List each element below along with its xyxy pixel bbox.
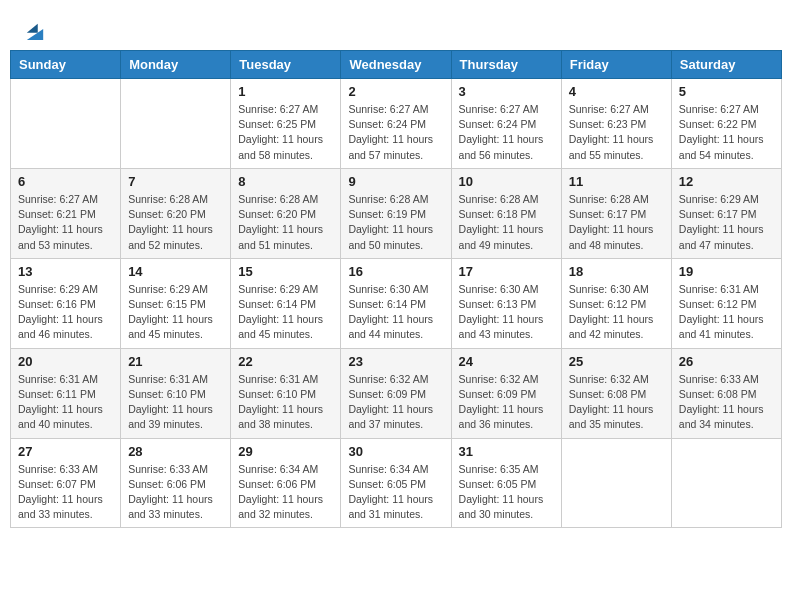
day-info: Sunrise: 6:27 AMSunset: 6:22 PMDaylight:…	[679, 102, 774, 163]
day-info: Sunrise: 6:30 AMSunset: 6:13 PMDaylight:…	[459, 282, 554, 343]
day-number: 28	[128, 444, 223, 459]
day-number: 31	[459, 444, 554, 459]
day-info: Sunrise: 6:31 AMSunset: 6:10 PMDaylight:…	[238, 372, 333, 433]
day-number: 21	[128, 354, 223, 369]
calendar-cell: 19Sunrise: 6:31 AMSunset: 6:12 PMDayligh…	[671, 258, 781, 348]
day-number: 1	[238, 84, 333, 99]
calendar-cell: 4Sunrise: 6:27 AMSunset: 6:23 PMDaylight…	[561, 79, 671, 169]
day-number: 5	[679, 84, 774, 99]
header-monday: Monday	[121, 51, 231, 79]
calendar-table: SundayMondayTuesdayWednesdayThursdayFrid…	[10, 50, 782, 528]
day-info: Sunrise: 6:27 AMSunset: 6:23 PMDaylight:…	[569, 102, 664, 163]
day-info: Sunrise: 6:27 AMSunset: 6:21 PMDaylight:…	[18, 192, 113, 253]
calendar-cell: 26Sunrise: 6:33 AMSunset: 6:08 PMDayligh…	[671, 348, 781, 438]
calendar-cell: 27Sunrise: 6:33 AMSunset: 6:07 PMDayligh…	[11, 438, 121, 528]
calendar-cell: 15Sunrise: 6:29 AMSunset: 6:14 PMDayligh…	[231, 258, 341, 348]
day-number: 23	[348, 354, 443, 369]
calendar-cell: 13Sunrise: 6:29 AMSunset: 6:16 PMDayligh…	[11, 258, 121, 348]
day-info: Sunrise: 6:28 AMSunset: 6:20 PMDaylight:…	[238, 192, 333, 253]
header-friday: Friday	[561, 51, 671, 79]
day-info: Sunrise: 6:28 AMSunset: 6:19 PMDaylight:…	[348, 192, 443, 253]
day-number: 15	[238, 264, 333, 279]
day-number: 11	[569, 174, 664, 189]
calendar-cell	[121, 79, 231, 169]
calendar-cell: 8Sunrise: 6:28 AMSunset: 6:20 PMDaylight…	[231, 168, 341, 258]
calendar-cell: 16Sunrise: 6:30 AMSunset: 6:14 PMDayligh…	[341, 258, 451, 348]
day-info: Sunrise: 6:29 AMSunset: 6:14 PMDaylight:…	[238, 282, 333, 343]
logo	[20, 20, 44, 40]
day-info: Sunrise: 6:30 AMSunset: 6:12 PMDaylight:…	[569, 282, 664, 343]
day-number: 7	[128, 174, 223, 189]
day-number: 22	[238, 354, 333, 369]
header-saturday: Saturday	[671, 51, 781, 79]
calendar-cell: 21Sunrise: 6:31 AMSunset: 6:10 PMDayligh…	[121, 348, 231, 438]
header-thursday: Thursday	[451, 51, 561, 79]
day-info: Sunrise: 6:31 AMSunset: 6:10 PMDaylight:…	[128, 372, 223, 433]
header-tuesday: Tuesday	[231, 51, 341, 79]
day-info: Sunrise: 6:30 AMSunset: 6:14 PMDaylight:…	[348, 282, 443, 343]
calendar-cell: 28Sunrise: 6:33 AMSunset: 6:06 PMDayligh…	[121, 438, 231, 528]
calendar-cell: 12Sunrise: 6:29 AMSunset: 6:17 PMDayligh…	[671, 168, 781, 258]
day-info: Sunrise: 6:27 AMSunset: 6:25 PMDaylight:…	[238, 102, 333, 163]
calendar-cell: 18Sunrise: 6:30 AMSunset: 6:12 PMDayligh…	[561, 258, 671, 348]
day-number: 2	[348, 84, 443, 99]
day-info: Sunrise: 6:28 AMSunset: 6:20 PMDaylight:…	[128, 192, 223, 253]
day-info: Sunrise: 6:34 AMSunset: 6:06 PMDaylight:…	[238, 462, 333, 523]
calendar-cell: 14Sunrise: 6:29 AMSunset: 6:15 PMDayligh…	[121, 258, 231, 348]
day-number: 12	[679, 174, 774, 189]
calendar-header-row: SundayMondayTuesdayWednesdayThursdayFrid…	[11, 51, 782, 79]
day-number: 16	[348, 264, 443, 279]
calendar-week-3: 13Sunrise: 6:29 AMSunset: 6:16 PMDayligh…	[11, 258, 782, 348]
day-number: 4	[569, 84, 664, 99]
day-info: Sunrise: 6:34 AMSunset: 6:05 PMDaylight:…	[348, 462, 443, 523]
calendar-cell: 11Sunrise: 6:28 AMSunset: 6:17 PMDayligh…	[561, 168, 671, 258]
day-number: 14	[128, 264, 223, 279]
day-info: Sunrise: 6:29 AMSunset: 6:16 PMDaylight:…	[18, 282, 113, 343]
calendar-cell: 30Sunrise: 6:34 AMSunset: 6:05 PMDayligh…	[341, 438, 451, 528]
calendar-cell: 3Sunrise: 6:27 AMSunset: 6:24 PMDaylight…	[451, 79, 561, 169]
calendar-cell: 5Sunrise: 6:27 AMSunset: 6:22 PMDaylight…	[671, 79, 781, 169]
day-number: 3	[459, 84, 554, 99]
calendar-week-1: 1Sunrise: 6:27 AMSunset: 6:25 PMDaylight…	[11, 79, 782, 169]
calendar-cell	[11, 79, 121, 169]
day-number: 18	[569, 264, 664, 279]
day-number: 10	[459, 174, 554, 189]
day-info: Sunrise: 6:28 AMSunset: 6:17 PMDaylight:…	[569, 192, 664, 253]
calendar-week-5: 27Sunrise: 6:33 AMSunset: 6:07 PMDayligh…	[11, 438, 782, 528]
day-number: 26	[679, 354, 774, 369]
day-number: 20	[18, 354, 113, 369]
svg-marker-1	[27, 24, 38, 33]
day-number: 25	[569, 354, 664, 369]
day-info: Sunrise: 6:27 AMSunset: 6:24 PMDaylight:…	[459, 102, 554, 163]
header	[10, 10, 782, 45]
day-number: 27	[18, 444, 113, 459]
day-info: Sunrise: 6:35 AMSunset: 6:05 PMDaylight:…	[459, 462, 554, 523]
day-info: Sunrise: 6:27 AMSunset: 6:24 PMDaylight:…	[348, 102, 443, 163]
calendar-cell: 2Sunrise: 6:27 AMSunset: 6:24 PMDaylight…	[341, 79, 451, 169]
day-info: Sunrise: 6:31 AMSunset: 6:11 PMDaylight:…	[18, 372, 113, 433]
calendar-cell: 31Sunrise: 6:35 AMSunset: 6:05 PMDayligh…	[451, 438, 561, 528]
day-info: Sunrise: 6:33 AMSunset: 6:07 PMDaylight:…	[18, 462, 113, 523]
calendar-cell	[671, 438, 781, 528]
calendar-week-2: 6Sunrise: 6:27 AMSunset: 6:21 PMDaylight…	[11, 168, 782, 258]
calendar-cell: 6Sunrise: 6:27 AMSunset: 6:21 PMDaylight…	[11, 168, 121, 258]
calendar-cell: 10Sunrise: 6:28 AMSunset: 6:18 PMDayligh…	[451, 168, 561, 258]
calendar-cell: 25Sunrise: 6:32 AMSunset: 6:08 PMDayligh…	[561, 348, 671, 438]
day-info: Sunrise: 6:31 AMSunset: 6:12 PMDaylight:…	[679, 282, 774, 343]
calendar-week-4: 20Sunrise: 6:31 AMSunset: 6:11 PMDayligh…	[11, 348, 782, 438]
day-number: 19	[679, 264, 774, 279]
calendar-cell: 1Sunrise: 6:27 AMSunset: 6:25 PMDaylight…	[231, 79, 341, 169]
day-info: Sunrise: 6:33 AMSunset: 6:06 PMDaylight:…	[128, 462, 223, 523]
calendar-cell: 20Sunrise: 6:31 AMSunset: 6:11 PMDayligh…	[11, 348, 121, 438]
day-info: Sunrise: 6:29 AMSunset: 6:17 PMDaylight:…	[679, 192, 774, 253]
day-info: Sunrise: 6:29 AMSunset: 6:15 PMDaylight:…	[128, 282, 223, 343]
calendar-cell: 24Sunrise: 6:32 AMSunset: 6:09 PMDayligh…	[451, 348, 561, 438]
calendar-cell	[561, 438, 671, 528]
calendar-cell: 17Sunrise: 6:30 AMSunset: 6:13 PMDayligh…	[451, 258, 561, 348]
header-sunday: Sunday	[11, 51, 121, 79]
calendar-cell: 22Sunrise: 6:31 AMSunset: 6:10 PMDayligh…	[231, 348, 341, 438]
calendar-cell: 23Sunrise: 6:32 AMSunset: 6:09 PMDayligh…	[341, 348, 451, 438]
day-info: Sunrise: 6:32 AMSunset: 6:08 PMDaylight:…	[569, 372, 664, 433]
day-info: Sunrise: 6:32 AMSunset: 6:09 PMDaylight:…	[459, 372, 554, 433]
calendar-cell: 9Sunrise: 6:28 AMSunset: 6:19 PMDaylight…	[341, 168, 451, 258]
